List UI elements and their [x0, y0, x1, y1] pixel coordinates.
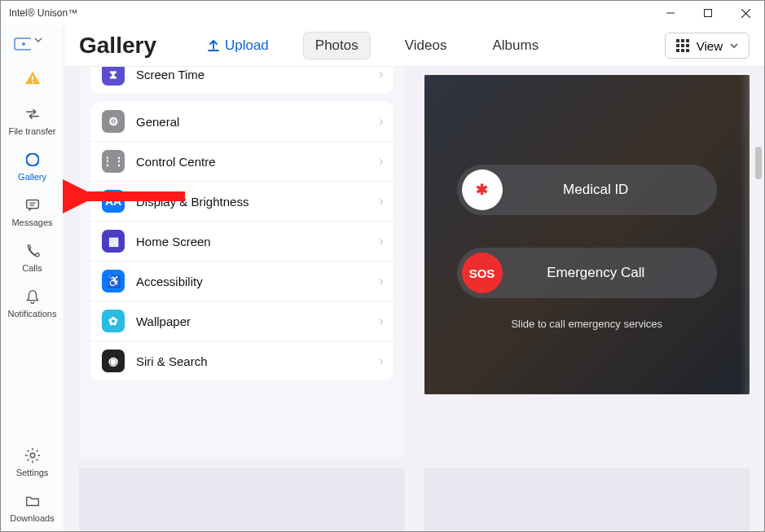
sidebar-item-label: Gallery: [18, 172, 46, 182]
svg-rect-13: [676, 39, 679, 42]
messages-icon: [24, 196, 42, 214]
warning-icon: [24, 69, 42, 87]
sidebar-item-downloads[interactable]: Downloads: [1, 486, 64, 531]
svg-rect-17: [681, 44, 684, 47]
settings-row: ✿Wallpaper›: [90, 301, 393, 341]
svg-rect-21: [686, 49, 689, 52]
tab-photos[interactable]: Photos: [303, 32, 371, 59]
chevron-right-icon: ›: [379, 274, 383, 288]
tab-videos[interactable]: Videos: [393, 33, 459, 59]
sidebar-item-calls[interactable]: Calls: [1, 235, 64, 281]
upload-button[interactable]: Upload: [196, 33, 280, 59]
gallery-grid: even getting my review done 6:55 PM 👍 Na…: [64, 67, 764, 531]
settings-row-screen-time: ⧗ Screen Time ›: [90, 67, 393, 94]
chevron-right-icon: ›: [379, 154, 383, 169]
grid-icon: [675, 38, 690, 53]
sidebar-item-label: Notifications: [8, 309, 57, 319]
sidebar-warning-icon[interactable]: [1, 63, 64, 99]
chevron-right-icon: ›: [379, 234, 383, 248]
medical-id-slider: ✱ Medical ID: [457, 165, 718, 215]
app-icon: ▦: [102, 230, 125, 253]
settings-row: ◉Siri & Search›: [90, 341, 393, 380]
sidebar: File transfer Gallery Messages Calls Not…: [1, 25, 64, 531]
chevron-right-icon: ›: [379, 114, 383, 129]
window-close-button[interactable]: [727, 1, 764, 25]
emergency-call-slider: SOS Emergency Call: [457, 248, 718, 298]
app-icon: ✿: [102, 310, 125, 332]
svg-rect-19: [676, 49, 679, 52]
svg-rect-18: [686, 44, 689, 47]
chevron-down-icon: [729, 42, 739, 50]
sidebar-item-label: Settings: [16, 468, 49, 477]
window-maximize-button[interactable]: [689, 1, 727, 25]
app-icon: ⋮⋮: [102, 150, 125, 173]
sos-icon: SOS: [462, 253, 503, 293]
sidebar-item-label: Messages: [11, 218, 52, 227]
svg-rect-6: [32, 76, 33, 80]
gear-icon: [24, 446, 42, 464]
svg-rect-9: [26, 200, 38, 209]
window-title: Intel® Unison™: [9, 7, 77, 19]
svg-rect-14: [681, 39, 684, 42]
emergency-caption: Slide to call emergency services: [424, 318, 750, 330]
chevron-right-icon: ›: [379, 354, 383, 368]
sidebar-item-label: Calls: [22, 263, 42, 273]
app-icon: AA: [102, 190, 125, 213]
svg-point-8: [26, 154, 38, 166]
bell-icon: [24, 288, 42, 306]
photo-thumbnail[interactable]: even getting my review done 6:55 PM 👍 Na…: [79, 67, 405, 458]
app-icon: ⚙: [102, 110, 125, 133]
svg-rect-7: [32, 81, 33, 83]
sidebar-item-label: File transfer: [8, 126, 55, 136]
transfer-icon: [24, 105, 42, 123]
chevron-down-icon: [34, 37, 52, 55]
settings-row: AADisplay & Brightness›: [90, 182, 393, 222]
folder-icon: [24, 492, 42, 510]
settings-row: ⚙General›: [90, 102, 393, 142]
chevron-right-icon: ›: [379, 314, 383, 328]
hourglass-icon: ⧗: [102, 67, 125, 86]
svg-point-5: [22, 42, 25, 46]
sidebar-item-messages[interactable]: Messages: [1, 190, 64, 235]
gallery-header: Gallery Upload Photos Videos Albums View: [64, 25, 764, 67]
chevron-right-icon: ›: [379, 67, 383, 81]
upload-icon: [207, 39, 220, 52]
sidebar-item-settings[interactable]: Settings: [1, 440, 64, 486]
svg-rect-20: [681, 49, 684, 52]
chevron-right-icon: ›: [379, 194, 383, 209]
app-icon: ♿: [102, 270, 125, 292]
tab-albums[interactable]: Albums: [481, 33, 550, 59]
asterisk-icon: ✱: [462, 169, 503, 210]
device-selector[interactable]: [13, 37, 52, 55]
svg-rect-15: [686, 39, 689, 42]
sidebar-item-notifications[interactable]: Notifications: [1, 281, 64, 327]
view-mode-button[interactable]: View: [665, 33, 750, 59]
window-titlebar: Intel® Unison™: [1, 1, 764, 25]
gallery-icon: [24, 151, 42, 169]
svg-rect-1: [705, 10, 712, 17]
sidebar-item-gallery[interactable]: Gallery: [1, 144, 64, 190]
page-title: Gallery: [79, 33, 156, 59]
photo-thumbnail[interactable]: [424, 468, 750, 531]
sidebar-item-file-transfer[interactable]: File transfer: [1, 99, 64, 144]
sidebar-item-label: Downloads: [10, 513, 54, 523]
window-minimize-button[interactable]: [652, 1, 689, 25]
scrollbar[interactable]: [755, 147, 762, 179]
phone-icon: [24, 242, 42, 260]
svg-point-12: [30, 453, 35, 458]
photo-thumbnail[interactable]: ✱ Medical ID SOS Emergency Call Slide to…: [424, 75, 750, 394]
photo-thumbnail[interactable]: [79, 468, 405, 531]
settings-row: ▦Home Screen›: [90, 222, 393, 262]
settings-row: ⋮⋮Control Centre›: [90, 142, 393, 182]
app-icon: ◉: [102, 350, 125, 372]
svg-rect-16: [676, 44, 679, 47]
settings-row: ♿Accessibility›: [90, 262, 393, 301]
